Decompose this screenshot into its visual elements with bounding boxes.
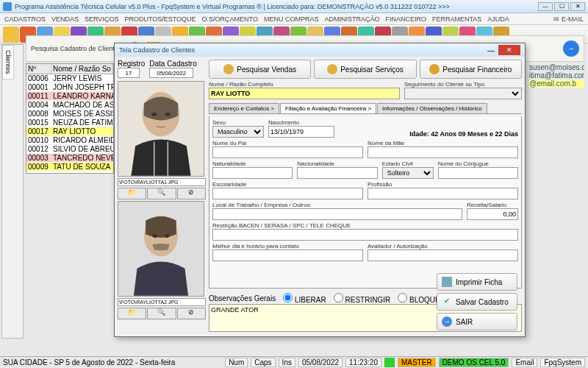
table-row[interactable]: 00003TANCREDO NEVE bbox=[26, 154, 113, 163]
table-row[interactable]: 00009TATU DE SOUZA bbox=[26, 163, 113, 171]
action-buttons: Imprimir Ficha ✔Salvar Cadastro →SAIR bbox=[437, 273, 517, 330]
menu-produtos[interactable]: PRODUTOS/ESTOQUE bbox=[124, 15, 196, 23]
app-titlebar: Programa Assistência Técnica Celular v5.… bbox=[0, 0, 588, 13]
printer-icon bbox=[442, 277, 452, 287]
menu-ferramentas[interactable]: FERRAMENTAS bbox=[432, 15, 481, 23]
status-time: 11:23:20 bbox=[345, 358, 381, 367]
status-fpq[interactable]: FpqSystem bbox=[540, 358, 585, 367]
status-date: 05/08/2022 bbox=[298, 358, 343, 367]
client-dialog: Tela Cadastro de Clientes — ✕ Registro D… bbox=[114, 43, 526, 337]
menu-financeiro[interactable]: FINANCEIRO bbox=[385, 15, 426, 23]
table-row[interactable]: 00004MACHADO DE AS bbox=[26, 101, 113, 110]
email-button[interactable]: ✉ E-MAIL bbox=[553, 15, 584, 23]
clients-grid[interactable]: Nº Nome / Razão So 00006JERRY LEWIS00001… bbox=[26, 63, 114, 174]
toolbar-icon[interactable] bbox=[3, 26, 19, 43]
nascimento-field[interactable] bbox=[268, 126, 334, 138]
client-photo-2 bbox=[118, 201, 204, 297]
status-led-icon bbox=[384, 358, 395, 367]
menu-admin[interactable]: ADMINISTRAÇÃO bbox=[324, 15, 379, 23]
left-sidebar: Clientes bbox=[1, 44, 24, 339]
table-row[interactable]: 00015NEUZA DE FATIM bbox=[26, 118, 113, 127]
tab-endereco[interactable]: Endereço e Contatos > bbox=[209, 103, 279, 113]
table-row[interactable]: 00012SILVIO DE ABREU bbox=[26, 145, 113, 154]
coin-icon bbox=[429, 64, 440, 74]
salvar-button[interactable]: ✔Salvar Cadastro bbox=[437, 293, 517, 311]
status-city: SUA CIDADE - SP 5 de Agosto de 2022 - Se… bbox=[3, 358, 175, 367]
escolaridade-field[interactable] bbox=[212, 188, 363, 199]
maximize-button[interactable]: ☐ bbox=[554, 2, 569, 11]
registro-field[interactable] bbox=[118, 68, 140, 78]
svg-point-6 bbox=[152, 234, 157, 238]
menu-ajuda[interactable]: AJUDA bbox=[487, 15, 509, 23]
minimize-button[interactable]: — bbox=[538, 2, 553, 11]
arrow-icon: → bbox=[442, 316, 452, 327]
search-go-button[interactable]: → bbox=[563, 40, 579, 57]
conjuge-field[interactable] bbox=[438, 167, 518, 179]
sidebar-tab-clientes[interactable]: Clientes bbox=[2, 45, 14, 79]
nacionalidade-field[interactable] bbox=[297, 167, 377, 179]
table-row[interactable]: 00010RICARDO ALMEID bbox=[26, 136, 113, 145]
table-row[interactable]: 00011LEANDRO KARNA bbox=[26, 92, 113, 101]
status-caps: Caps bbox=[251, 358, 275, 367]
contato-field[interactable] bbox=[212, 250, 363, 261]
naturalidade-field[interactable] bbox=[212, 167, 293, 179]
menu-cadastros[interactable]: CADASTROS bbox=[4, 15, 46, 23]
idade-label: Idade: 42 Anos 09 Meses e 22 Dias bbox=[339, 130, 518, 138]
seguimento-select[interactable] bbox=[404, 88, 522, 99]
table-row[interactable]: 00017RAY LIOTTO bbox=[26, 127, 113, 136]
table-row[interactable]: 00001JOHN JOSEPH TR bbox=[26, 83, 113, 92]
estado-civil-select[interactable]: Solteiro bbox=[382, 167, 434, 179]
menu-compras[interactable]: MENU COMPRAS bbox=[264, 15, 319, 23]
table-row[interactable]: 00008MOISES DE ASSIS bbox=[26, 110, 113, 118]
photo2-folder-button[interactable]: 📁 bbox=[118, 308, 146, 319]
sexo-select[interactable]: Masculino bbox=[212, 126, 264, 138]
mae-field[interactable] bbox=[368, 146, 518, 158]
salario-field[interactable] bbox=[467, 208, 518, 220]
svg-point-2 bbox=[151, 113, 157, 116]
table-row[interactable]: 00006JERRY LEWIS bbox=[26, 74, 113, 83]
menu-os[interactable]: O.S/ORÇAMENTO bbox=[202, 15, 258, 23]
trabalho-field[interactable] bbox=[212, 208, 462, 220]
avaliador-field[interactable] bbox=[368, 250, 518, 261]
tab-filiacao[interactable]: Filiação e Avaliação Financeira > bbox=[280, 103, 376, 113]
status-master: MASTER bbox=[398, 358, 436, 367]
pesquisar-vendas-button[interactable]: Pesquisar Vendas bbox=[209, 60, 311, 79]
status-demo: DEMO OS CEL 5.0 bbox=[439, 358, 509, 367]
tab-informacoes[interactable]: Informações / Observações / Histórico bbox=[377, 103, 487, 113]
dialog-min-button[interactable]: — bbox=[484, 46, 498, 54]
restringir-radio[interactable]: RESTRINGIR bbox=[334, 293, 390, 304]
pesquisar-servicos-button[interactable]: Pesquisar Serviços bbox=[314, 60, 416, 79]
photo1-clear-button[interactable]: ⊘ bbox=[177, 188, 206, 199]
photo1-caption: \FOTO\RAYLIOTTA1.JPG bbox=[118, 178, 206, 186]
menu-servicos[interactable]: SERVIÇOS bbox=[85, 15, 118, 23]
imprimir-button[interactable]: Imprimir Ficha bbox=[437, 273, 517, 291]
photo1-folder-button[interactable]: 📁 bbox=[118, 188, 146, 199]
tab-content: SexoMasculino Nascimento Idade: 42 Anos … bbox=[209, 116, 522, 289]
close-button[interactable]: ✕ bbox=[570, 2, 585, 11]
statusbar: SUA CIDADE - SP 5 de Agosto de 2022 - Se… bbox=[0, 356, 588, 368]
coin-icon bbox=[327, 64, 337, 74]
profissao-field[interactable] bbox=[368, 188, 518, 199]
client-photo-1 bbox=[118, 81, 204, 177]
photo2-clear-button[interactable]: ⊘ bbox=[177, 308, 206, 319]
restricao-field[interactable] bbox=[212, 229, 518, 241]
sair-button[interactable]: →SAIR bbox=[437, 313, 517, 330]
grid-header: Nº Nome / Razão So bbox=[26, 64, 113, 74]
nome-field[interactable] bbox=[209, 88, 400, 99]
main-menubar: CADASTROS VENDAS SERVIÇOS PRODUTOS/ESTOQ… bbox=[0, 13, 588, 25]
email-list: susen@moises.com.br itima@fatima.com.br … bbox=[529, 63, 584, 88]
photo2-zoom-button[interactable]: 🔍 bbox=[147, 308, 176, 319]
status-email[interactable]: Email bbox=[512, 358, 537, 367]
pesquisar-financeiro-button[interactable]: Pesquisar Financeiro bbox=[420, 60, 522, 79]
status-ins: Ins bbox=[279, 358, 295, 367]
photo1-zoom-button[interactable]: 🔍 bbox=[147, 188, 176, 199]
dialog-titlebar: Tela Cadastro de Clientes — ✕ bbox=[115, 43, 525, 57]
app-icon bbox=[3, 2, 12, 11]
menu-vendas[interactable]: VENDAS bbox=[51, 15, 79, 23]
dialog-tabs: Endereço e Contatos > Filiação e Avaliaç… bbox=[209, 103, 522, 114]
pai-field[interactable] bbox=[212, 146, 363, 158]
envelope-icon: ✉ bbox=[553, 15, 559, 23]
liberar-radio[interactable]: LIBERAR bbox=[283, 293, 326, 304]
dialog-close-button[interactable]: ✕ bbox=[498, 45, 520, 55]
data-cadastro-field[interactable] bbox=[149, 68, 193, 78]
